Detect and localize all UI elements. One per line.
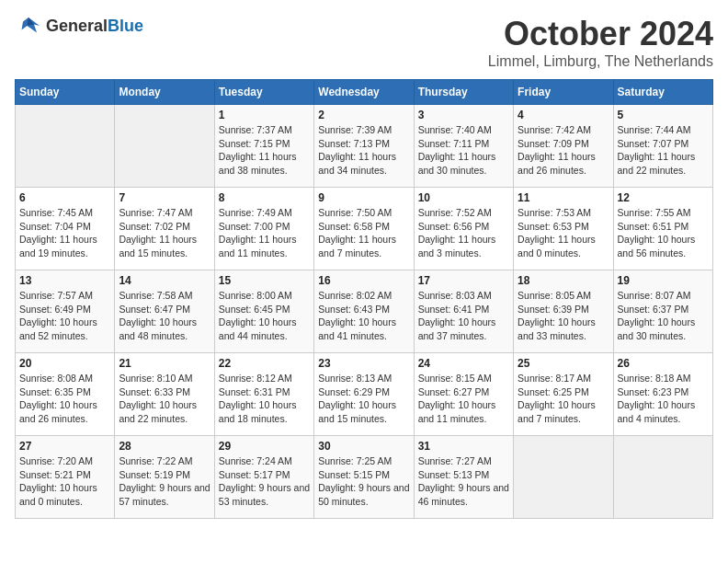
day-number: 12 xyxy=(618,191,709,204)
day-number: 6 xyxy=(19,191,110,204)
day-detail: Sunrise: 8:02 AMSunset: 6:43 PMDaylight:… xyxy=(318,289,409,343)
day-number: 17 xyxy=(418,274,509,287)
calendar-cell: 3Sunrise: 7:40 AMSunset: 7:11 PMDaylight… xyxy=(414,105,513,188)
calendar-week-3: 13Sunrise: 7:57 AMSunset: 6:49 PMDayligh… xyxy=(16,270,713,353)
day-number: 11 xyxy=(518,191,609,204)
calendar-cell: 29Sunrise: 7:24 AMSunset: 5:17 PMDayligh… xyxy=(214,436,313,519)
day-detail: Sunrise: 8:10 AMSunset: 6:33 PMDaylight:… xyxy=(119,372,210,426)
day-number: 29 xyxy=(219,440,310,453)
day-detail: Sunrise: 8:12 AMSunset: 6:31 PMDaylight:… xyxy=(219,372,310,426)
day-header-friday: Friday xyxy=(514,80,613,105)
day-number: 24 xyxy=(418,357,509,370)
calendar-cell: 25Sunrise: 8:17 AMSunset: 6:25 PMDayligh… xyxy=(514,353,613,436)
calendar-cell: 4Sunrise: 7:42 AMSunset: 7:09 PMDaylight… xyxy=(514,105,613,188)
day-number: 4 xyxy=(518,109,609,121)
calendar-week-4: 20Sunrise: 8:08 AMSunset: 6:35 PMDayligh… xyxy=(16,353,713,436)
day-detail: Sunrise: 8:07 AMSunset: 6:37 PMDaylight:… xyxy=(618,289,709,343)
calendar-cell xyxy=(16,105,115,188)
day-detail: Sunrise: 7:52 AMSunset: 6:56 PMDaylight:… xyxy=(418,206,509,260)
calendar-cell: 23Sunrise: 8:13 AMSunset: 6:29 PMDayligh… xyxy=(314,353,414,436)
day-number: 2 xyxy=(318,109,409,121)
page-header: GeneralBlue October 2024 Limmel, Limburg… xyxy=(15,15,713,70)
day-detail: Sunrise: 8:13 AMSunset: 6:29 PMDaylight:… xyxy=(318,372,409,426)
logo-general-text: General xyxy=(46,17,108,35)
day-number: 28 xyxy=(119,440,210,453)
day-header-wednesday: Wednesday xyxy=(314,80,414,105)
calendar-cell: 15Sunrise: 8:00 AMSunset: 6:45 PMDayligh… xyxy=(214,270,313,353)
calendar-cell: 9Sunrise: 7:50 AMSunset: 6:58 PMDaylight… xyxy=(314,188,414,270)
day-number: 21 xyxy=(119,357,210,370)
calendar-cell: 26Sunrise: 8:18 AMSunset: 6:23 PMDayligh… xyxy=(613,353,712,436)
month-title: October 2024 xyxy=(488,15,713,53)
day-header-tuesday: Tuesday xyxy=(214,80,313,105)
calendar-cell: 12Sunrise: 7:55 AMSunset: 6:51 PMDayligh… xyxy=(613,188,712,270)
day-detail: Sunrise: 7:47 AMSunset: 7:02 PMDaylight:… xyxy=(119,206,210,260)
calendar-cell: 16Sunrise: 8:02 AMSunset: 6:43 PMDayligh… xyxy=(314,270,414,353)
day-number: 1 xyxy=(219,109,310,121)
logo-blue-text: Blue xyxy=(108,17,143,35)
calendar-cell xyxy=(514,436,613,519)
calendar-cell: 17Sunrise: 8:03 AMSunset: 6:41 PMDayligh… xyxy=(414,270,513,353)
day-number: 13 xyxy=(19,274,110,287)
calendar-cell: 22Sunrise: 8:12 AMSunset: 6:31 PMDayligh… xyxy=(214,353,313,436)
day-number: 15 xyxy=(219,274,310,287)
calendar-cell: 11Sunrise: 7:53 AMSunset: 6:53 PMDayligh… xyxy=(514,188,613,270)
day-detail: Sunrise: 7:57 AMSunset: 6:49 PMDaylight:… xyxy=(19,289,110,343)
calendar-cell: 5Sunrise: 7:44 AMSunset: 7:07 PMDaylight… xyxy=(613,105,712,188)
logo-icon xyxy=(15,15,42,37)
day-header-saturday: Saturday xyxy=(613,80,712,105)
day-detail: Sunrise: 8:18 AMSunset: 6:23 PMDaylight:… xyxy=(618,372,709,426)
calendar-cell: 8Sunrise: 7:49 AMSunset: 7:00 PMDaylight… xyxy=(214,188,313,270)
day-detail: Sunrise: 8:03 AMSunset: 6:41 PMDaylight:… xyxy=(418,289,509,343)
calendar-table: SundayMondayTuesdayWednesdayThursdayFrid… xyxy=(15,79,713,519)
calendar-header: SundayMondayTuesdayWednesdayThursdayFrid… xyxy=(16,80,713,105)
day-detail: Sunrise: 8:08 AMSunset: 6:35 PMDaylight:… xyxy=(19,372,110,426)
day-number: 14 xyxy=(119,274,210,287)
header-row: SundayMondayTuesdayWednesdayThursdayFrid… xyxy=(16,80,713,105)
day-detail: Sunrise: 8:17 AMSunset: 6:25 PMDaylight:… xyxy=(518,372,609,426)
day-detail: Sunrise: 7:37 AMSunset: 7:15 PMDaylight:… xyxy=(219,123,310,178)
day-number: 31 xyxy=(418,440,509,453)
logo: GeneralBlue xyxy=(15,15,143,37)
calendar-cell: 14Sunrise: 7:58 AMSunset: 6:47 PMDayligh… xyxy=(115,270,214,353)
day-header-thursday: Thursday xyxy=(414,80,513,105)
day-detail: Sunrise: 7:22 AMSunset: 5:19 PMDaylight:… xyxy=(119,454,210,509)
calendar-week-1: 1Sunrise: 7:37 AMSunset: 7:15 PMDaylight… xyxy=(16,105,713,188)
day-number: 25 xyxy=(518,357,609,370)
day-number: 27 xyxy=(19,440,110,453)
day-number: 20 xyxy=(19,357,110,370)
day-detail: Sunrise: 7:58 AMSunset: 6:47 PMDaylight:… xyxy=(119,289,210,343)
calendar-cell: 28Sunrise: 7:22 AMSunset: 5:19 PMDayligh… xyxy=(115,436,214,519)
calendar-cell: 6Sunrise: 7:45 AMSunset: 7:04 PMDaylight… xyxy=(16,188,115,270)
day-number: 23 xyxy=(318,357,409,370)
calendar-week-2: 6Sunrise: 7:45 AMSunset: 7:04 PMDaylight… xyxy=(16,188,713,270)
day-detail: Sunrise: 7:55 AMSunset: 6:51 PMDaylight:… xyxy=(618,206,709,260)
day-header-sunday: Sunday xyxy=(16,80,115,105)
day-detail: Sunrise: 8:05 AMSunset: 6:39 PMDaylight:… xyxy=(518,289,609,343)
day-number: 16 xyxy=(318,274,409,287)
day-detail: Sunrise: 7:49 AMSunset: 7:00 PMDaylight:… xyxy=(219,206,310,260)
calendar-cell: 1Sunrise: 7:37 AMSunset: 7:15 PMDaylight… xyxy=(214,105,313,188)
day-number: 18 xyxy=(518,274,609,287)
day-detail: Sunrise: 7:44 AMSunset: 7:07 PMDaylight:… xyxy=(618,123,709,178)
day-detail: Sunrise: 7:39 AMSunset: 7:13 PMDaylight:… xyxy=(318,123,409,178)
day-number: 5 xyxy=(618,109,709,121)
day-number: 22 xyxy=(219,357,310,370)
day-number: 9 xyxy=(318,191,409,204)
day-number: 10 xyxy=(418,191,509,204)
day-number: 26 xyxy=(618,357,709,370)
calendar-cell: 2Sunrise: 7:39 AMSunset: 7:13 PMDaylight… xyxy=(314,105,414,188)
day-detail: Sunrise: 7:53 AMSunset: 6:53 PMDaylight:… xyxy=(518,206,609,260)
day-detail: Sunrise: 7:40 AMSunset: 7:11 PMDaylight:… xyxy=(418,123,509,178)
calendar-cell: 7Sunrise: 7:47 AMSunset: 7:02 PMDaylight… xyxy=(115,188,214,270)
calendar-cell: 31Sunrise: 7:27 AMSunset: 5:13 PMDayligh… xyxy=(414,436,513,519)
day-detail: Sunrise: 8:15 AMSunset: 6:27 PMDaylight:… xyxy=(418,372,509,426)
calendar-cell: 30Sunrise: 7:25 AMSunset: 5:15 PMDayligh… xyxy=(314,436,414,519)
day-detail: Sunrise: 7:42 AMSunset: 7:09 PMDaylight:… xyxy=(518,123,609,178)
calendar-cell: 19Sunrise: 8:07 AMSunset: 6:37 PMDayligh… xyxy=(613,270,712,353)
calendar-cell: 27Sunrise: 7:20 AMSunset: 5:21 PMDayligh… xyxy=(16,436,115,519)
calendar-cell: 21Sunrise: 8:10 AMSunset: 6:33 PMDayligh… xyxy=(115,353,214,436)
day-number: 19 xyxy=(618,274,709,287)
day-number: 8 xyxy=(219,191,310,204)
calendar-cell xyxy=(613,436,712,519)
